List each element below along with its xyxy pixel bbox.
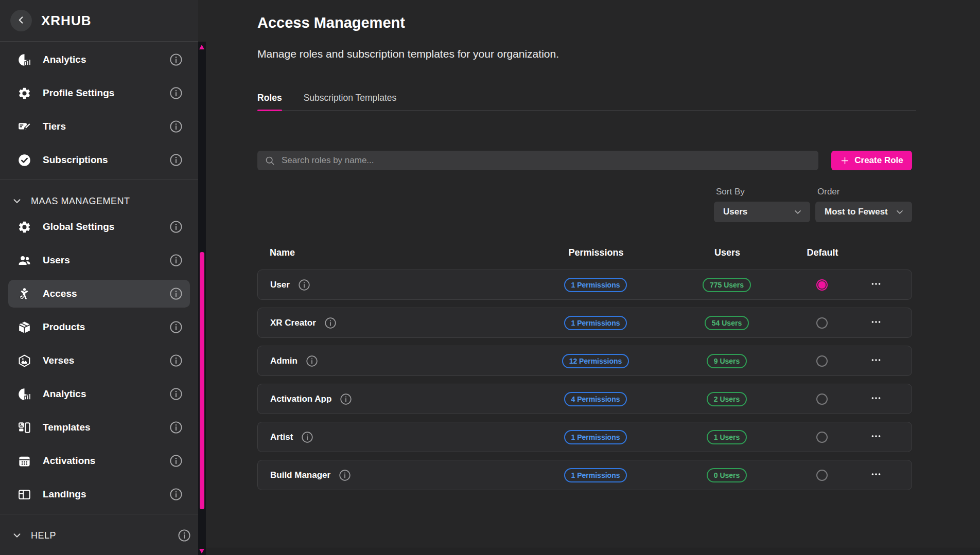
- ellipsis-icon: [870, 354, 882, 368]
- users-cell: 54 Users: [662, 316, 791, 330]
- sidebar-item-activations[interactable]: Activations: [8, 447, 190, 475]
- row-menu-button[interactable]: [868, 468, 884, 483]
- default-radio[interactable]: [816, 317, 828, 329]
- users-cell: 1 Users: [662, 430, 791, 444]
- card-edit-icon: [18, 120, 31, 134]
- row-menu-button[interactable]: [868, 353, 884, 369]
- sidebar-item-analytics[interactable]: Analytics: [8, 380, 190, 408]
- sidebar-item-users[interactable]: Users: [8, 246, 190, 274]
- sidebar-item-global-settings[interactable]: Global Settings: [8, 213, 190, 241]
- info-icon[interactable]: [169, 86, 183, 100]
- tab-roles[interactable]: Roles: [257, 87, 282, 110]
- ellipsis-icon: [870, 392, 882, 406]
- info-icon[interactable]: [169, 387, 183, 401]
- sidebar-item-label: Global Settings: [43, 221, 169, 232]
- sidebar-divider: [0, 514, 198, 514]
- info-icon[interactable]: [178, 529, 191, 542]
- permissions-badge[interactable]: 1 Permissions: [564, 278, 627, 292]
- users-badge[interactable]: 2 Users: [707, 392, 747, 406]
- sidebar-header: XRHUB: [0, 0, 198, 42]
- sidebar-item-label: Access: [43, 288, 169, 299]
- info-icon[interactable]: [169, 254, 183, 267]
- sidebar-item-templates[interactable]: Templates: [8, 414, 190, 441]
- section-header-help[interactable]: HELP: [0, 524, 198, 547]
- chevron-down-icon: [11, 530, 23, 541]
- role-name: Activation App: [270, 394, 331, 404]
- users-badge[interactable]: 0 Users: [707, 468, 747, 482]
- sidebar-item-label: Tiers: [43, 121, 169, 132]
- info-icon[interactable]: [301, 431, 313, 443]
- info-icon[interactable]: [169, 120, 183, 133]
- roles-table: User1 Permissions775 UsersXR Creator1 Pe…: [257, 270, 912, 498]
- users-badge[interactable]: 1 Users: [707, 430, 747, 444]
- gear-icon: [18, 220, 31, 234]
- default-radio[interactable]: [816, 355, 828, 367]
- role-name: Admin: [270, 356, 297, 366]
- info-icon[interactable]: [169, 287, 183, 300]
- default-radio[interactable]: [816, 470, 828, 481]
- ellipsis-icon: [870, 278, 882, 292]
- info-icon[interactable]: [169, 220, 183, 234]
- section-header-maas-management[interactable]: MAAS MANAGEMENT: [0, 189, 198, 213]
- row-menu-button[interactable]: [868, 277, 884, 293]
- default-radio[interactable]: [816, 393, 828, 405]
- info-icon[interactable]: [169, 488, 183, 501]
- info-icon[interactable]: [324, 317, 337, 329]
- permissions-badge[interactable]: 1 Permissions: [564, 430, 627, 444]
- default-cell: [791, 432, 853, 443]
- info-icon[interactable]: [169, 421, 183, 434]
- role-name: User: [270, 280, 290, 290]
- sidebar-item-subscriptions[interactable]: Subscriptions: [8, 146, 190, 174]
- info-icon[interactable]: [298, 279, 310, 291]
- scroll-down-arrow-icon[interactable]: [199, 549, 204, 553]
- sidebar-scrollbar-thumb[interactable]: [200, 252, 204, 509]
- ellipsis-icon: [870, 469, 882, 482]
- create-role-button[interactable]: Create Role: [831, 151, 912, 170]
- search-box[interactable]: [257, 151, 818, 170]
- info-icon[interactable]: [306, 355, 318, 367]
- sidebar-item-profile-settings[interactable]: Profile Settings: [8, 79, 190, 107]
- sort-by-dropdown[interactable]: Users: [714, 202, 810, 222]
- users-cell: 0 Users: [662, 468, 791, 482]
- sidebar-item-landings[interactable]: Landings: [8, 480, 190, 508]
- scroll-up-arrow-icon[interactable]: [199, 45, 204, 49]
- sidebar-scrollbar[interactable]: [198, 42, 206, 555]
- sidebar-item-label: Profile Settings: [43, 87, 169, 99]
- sidebar-item-tiers[interactable]: Tiers: [8, 113, 190, 140]
- permissions-badge[interactable]: 1 Permissions: [564, 468, 627, 482]
- users-badge[interactable]: 54 Users: [705, 316, 749, 330]
- users-cell: 9 Users: [662, 354, 791, 368]
- search-input[interactable]: [282, 155, 811, 166]
- row-menu-button[interactable]: [868, 391, 884, 407]
- info-icon[interactable]: [169, 320, 183, 334]
- info-icon[interactable]: [169, 153, 183, 167]
- permissions-badge[interactable]: 4 Permissions: [564, 392, 627, 406]
- permissions-badge[interactable]: 12 Permissions: [562, 354, 629, 368]
- sidebar-item-products[interactable]: Products: [8, 313, 190, 341]
- menu-cell: [853, 277, 899, 293]
- sidebar-item-verses[interactable]: Verses: [8, 347, 190, 374]
- default-cell: [791, 317, 853, 329]
- table-row-artist: Artist1 Permissions1 Users: [257, 422, 912, 452]
- info-icon[interactable]: [169, 53, 183, 66]
- row-menu-button[interactable]: [868, 429, 884, 445]
- pie-chart-icon: [18, 387, 31, 401]
- permissions-badge[interactable]: 1 Permissions: [564, 316, 627, 330]
- default-radio[interactable]: [816, 432, 828, 443]
- row-menu-button[interactable]: [868, 315, 884, 331]
- sidebar-item-analytics[interactable]: Analytics: [8, 46, 190, 74]
- users-badge[interactable]: 9 Users: [707, 354, 747, 368]
- tab-subscription-templates[interactable]: Subscription Templates: [304, 87, 397, 110]
- info-icon[interactable]: [169, 454, 183, 468]
- back-button[interactable]: [10, 10, 32, 31]
- chevron-down-icon: [895, 207, 905, 217]
- sidebar-item-label: Verses: [43, 355, 169, 366]
- sidebar-item-access[interactable]: Access: [8, 280, 190, 308]
- order-dropdown[interactable]: Most to Fewest: [815, 202, 912, 222]
- info-icon[interactable]: [340, 393, 352, 405]
- users-badge[interactable]: 775 Users: [703, 278, 751, 292]
- info-icon[interactable]: [169, 354, 183, 367]
- info-icon[interactable]: [339, 469, 351, 481]
- sort-controls: Sort By Users Order Most to Fewest: [257, 187, 912, 222]
- default-radio[interactable]: [816, 279, 828, 291]
